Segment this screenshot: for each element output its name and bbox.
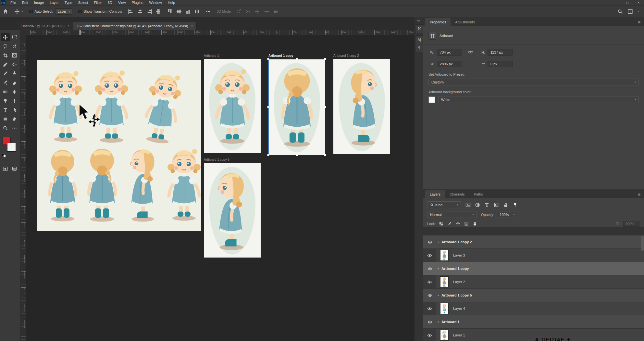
minimize-button[interactable]: — (614, 1, 618, 5)
lock-transparency-icon[interactable] (439, 221, 443, 226)
healing-brush-tool[interactable] (10, 60, 19, 69)
menu-item[interactable]: Select (75, 0, 91, 6)
layer-group-row[interactable]: ▾ Artboard 1 copy 2 (423, 235, 644, 249)
menu-item[interactable]: Type (62, 0, 75, 6)
artboard-1-copy-5[interactable] (204, 163, 261, 258)
blend-mode-select[interactable]: Normal ▾ (427, 211, 477, 218)
layer-thumbnail[interactable] (440, 276, 449, 287)
eraser-tool[interactable] (10, 79, 19, 87)
close-button[interactable]: × (638, 1, 639, 5)
quick-mask-icon[interactable] (1, 165, 10, 173)
lock-position-icon[interactable] (456, 221, 460, 226)
search-icon[interactable] (617, 9, 623, 14)
layer-row[interactable]: Layer 1 (423, 329, 644, 341)
artboard-label-selected[interactable]: Artboard 1 copy (268, 54, 293, 57)
3d-dolly-icon[interactable] (273, 9, 279, 14)
collapse-panels-icon[interactable]: «« (417, 19, 420, 22)
show-transform-checkbox[interactable] (78, 10, 82, 13)
align-left-icon[interactable] (128, 9, 134, 14)
chevron-down-icon[interactable]: ▾ (438, 294, 439, 297)
filter-toggle-icon[interactable] (513, 202, 518, 208)
menu-item[interactable]: File (7, 0, 19, 6)
align-middle-icon[interactable] (176, 9, 182, 14)
artboard-background-swatch[interactable] (428, 96, 435, 103)
panel-menu-icon[interactable] (637, 193, 641, 196)
menu-item[interactable]: Window (146, 0, 165, 6)
dodge-tool[interactable] (1, 97, 10, 105)
zoom-tool[interactable] (1, 124, 10, 132)
layer-thumbnail[interactable] (440, 330, 449, 341)
character-panel-icon[interactable]: A| (417, 37, 422, 42)
paragraph-panel-icon[interactable]: ¶ (417, 45, 422, 50)
chevron-down-icon[interactable]: ▾ (438, 321, 439, 323)
selection-handle-n[interactable] (296, 58, 298, 60)
tab-properties[interactable]: Properties (425, 18, 451, 26)
link-dimensions-icon[interactable] (468, 50, 473, 55)
vertical-ruler[interactable]: 0200400600800100012001400160018002000220… (21, 35, 26, 341)
align-top-icon[interactable] (167, 9, 173, 14)
selection-handle-s[interactable] (296, 154, 298, 156)
x-field[interactable]: 2896 px (437, 61, 462, 67)
lock-all-icon[interactable] (473, 221, 477, 226)
gradient-tool[interactable] (1, 88, 10, 96)
3d-roll-icon[interactable] (245, 9, 251, 14)
visibility-toggle[interactable] (423, 315, 436, 328)
move-tool-icon[interactable] (14, 9, 20, 14)
tab-layers[interactable]: Layers (425, 190, 445, 198)
tab-paths[interactable]: Paths (469, 190, 488, 198)
chevron-down-icon[interactable]: ▾ (438, 267, 439, 270)
selection-handle-w[interactable] (267, 106, 269, 108)
layer-filter-select[interactable]: Kind ▾ (427, 201, 461, 208)
artboard-label[interactable]: Artboard 1 copy 2 (333, 54, 359, 57)
visibility-toggle[interactable] (423, 289, 436, 302)
auto-select-checkbox[interactable] (29, 10, 33, 13)
visibility-toggle[interactable] (423, 302, 436, 315)
more-options-button[interactable]: ••• (206, 9, 211, 13)
home-icon[interactable] (3, 9, 8, 14)
layer-group-row[interactable]: ▾ Artboard 1 copy 5 (423, 289, 644, 302)
edit-toolbar-icon[interactable] (10, 124, 19, 132)
default-colors-icon[interactable] (2, 154, 6, 158)
frame-tool[interactable] (10, 51, 19, 59)
layer-row[interactable]: Layer 2 (423, 275, 644, 289)
selection-handle-e[interactable] (324, 106, 326, 108)
menu-item[interactable]: View (115, 0, 129, 6)
opacity-select[interactable]: 100% ▾ (497, 211, 517, 218)
3d-pan-icon[interactable] (254, 9, 260, 14)
blur-tool[interactable] (10, 88, 19, 96)
tab-adjustments[interactable]: Adjustments (451, 18, 479, 26)
align-center-horizontal-icon[interactable] (137, 9, 143, 14)
chevron-down-icon[interactable]: ▾ (22, 10, 23, 13)
visibility-toggle[interactable] (423, 262, 436, 275)
visibility-toggle[interactable] (423, 235, 436, 248)
layer-thumbnail[interactable] (440, 303, 449, 314)
filter-shape-layers-icon[interactable] (494, 202, 499, 208)
filter-pixel-layers-icon[interactable] (465, 202, 471, 208)
layer-row[interactable]: Layer 4 (423, 302, 644, 315)
rectangle-tool[interactable] (1, 115, 10, 123)
filter-smart-objects-icon[interactable] (503, 202, 508, 208)
close-icon[interactable]: × (191, 24, 193, 28)
brush-settings-panel-icon[interactable] (417, 26, 422, 31)
width-field[interactable]: 704 px (437, 49, 462, 56)
direct-selection-tool[interactable] (10, 106, 19, 114)
layer-group-row-selected[interactable]: ▾ Artboard 1 copy (423, 262, 644, 275)
menu-item[interactable]: Filter (91, 0, 105, 6)
preset-select[interactable]: Custom ▾ (428, 79, 639, 85)
artboard-label[interactable]: Artboard 1 (204, 54, 219, 57)
document-tab-active[interactable]: 16- Consistent Character design.psd @ 40… (73, 22, 197, 30)
marquee-tool[interactable] (10, 33, 19, 41)
selection-handle-nw[interactable] (267, 58, 269, 60)
quick-selection-tool[interactable] (10, 42, 19, 50)
panel-menu-icon[interactable] (637, 21, 641, 24)
tab-channels[interactable]: Channels (445, 190, 469, 198)
layer-group-row[interactable]: ▾ Artboard 1 (423, 315, 644, 329)
3d-slide-icon[interactable] (264, 9, 269, 14)
eyedropper-tool[interactable] (1, 60, 10, 69)
menu-item[interactable]: Image (31, 0, 47, 6)
distribute-vertical-icon[interactable] (194, 9, 200, 14)
selection-handle-ne[interactable] (324, 58, 326, 60)
layer-thumbnail[interactable] (440, 250, 449, 261)
pen-tool[interactable] (10, 97, 19, 105)
artboard-1-copy-2[interactable] (333, 59, 390, 154)
